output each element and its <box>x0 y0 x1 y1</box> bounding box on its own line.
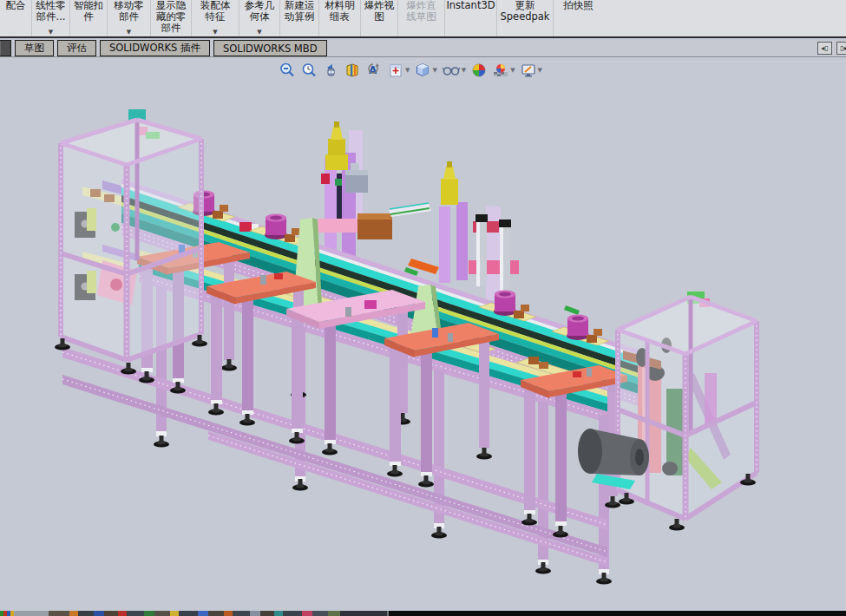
taskbar-fragment <box>104 611 118 616</box>
dropdown-arrow-icon[interactable]: ▼ <box>432 67 436 74</box>
right-enclosure <box>618 292 757 531</box>
taskbar-fragment <box>233 611 250 616</box>
taskbar-fragment <box>283 611 302 616</box>
tab-solidworks-addins[interactable]: SOLIDWORKS 插件 <box>100 40 210 56</box>
taskbar-fragment <box>170 611 179 616</box>
command-manager-ribbon: 配合 线性零 部件...▼ 智能扣 件 移动零 部件▼ 显示隐 藏的零 部件 装… <box>0 0 846 38</box>
new-motion-study-button[interactable]: 新建运 动算例 <box>279 0 318 36</box>
tab-solidworks-mbd[interactable]: SOLIDWORKS MBD <box>213 40 327 56</box>
ribbon-empty-area <box>603 0 846 36</box>
taskbar-fragment <box>198 611 208 616</box>
assembly-model-3d[interactable] <box>0 58 846 611</box>
explode-line-sketch-button: 爆炸直 线草图 <box>397 0 444 36</box>
taskbar-fragment <box>340 611 387 616</box>
assembly-features-button[interactable]: 装配体 特征▼ <box>191 0 239 36</box>
linear-component-pattern-button[interactable]: 线性零 部件...▼ <box>31 0 69 36</box>
commandmanager-tab-strip: 草图 评估 SOLIDWORKS 插件 SOLIDWORKS MBD ◂▯ ▯▸ <box>0 40 846 57</box>
apply-scene-button[interactable]: ▼ <box>491 61 515 80</box>
taskbar-fragment <box>94 611 104 616</box>
taskbar-fragment <box>127 611 144 616</box>
mate-label: 配合 <box>6 0 26 11</box>
dropdown-arrow-icon[interactable]: ▼ <box>510 67 515 74</box>
view-settings-button[interactable]: ▼ <box>519 61 543 80</box>
taskbar-fragment <box>224 611 233 616</box>
edit-appearance-button[interactable] <box>469 61 489 80</box>
taskbar-divider <box>387 611 389 616</box>
gantry-station-2 <box>439 161 519 300</box>
taskbar-fragment <box>302 611 312 616</box>
taskbar-fragment <box>312 611 328 616</box>
view-orientation-icon <box>387 62 404 79</box>
apply-scene-icon <box>492 62 509 79</box>
tab-sketch[interactable]: 草图 <box>15 40 54 56</box>
view-orientation-button[interactable]: ▼ <box>386 61 410 80</box>
hide-show-items-icon <box>442 62 461 79</box>
taskbar-fragment <box>118 611 127 616</box>
previous-view-icon <box>322 62 339 79</box>
gantry-1-front-parts <box>357 203 431 239</box>
zoom-to-area-button[interactable] <box>299 61 318 80</box>
heads-up-view-toolbar: A ▼ ▼ ▼ ▼ ▼ <box>278 61 543 80</box>
collapse-right-icon[interactable]: ▯▸ <box>836 42 846 55</box>
zoom-to-fit-button[interactable] <box>278 61 297 80</box>
dropdown-arrow-icon[interactable]: ▼ <box>213 29 217 36</box>
view-settings-icon <box>520 62 537 79</box>
previous-view-button[interactable] <box>321 61 340 80</box>
exploded-view-button[interactable]: 爆炸视 图 <box>360 0 397 36</box>
collapse-left-icon[interactable]: ◂▯ <box>817 42 832 55</box>
taskbar-fragment <box>49 611 69 616</box>
taskbar-fragment <box>208 611 224 616</box>
taskbar-fragment <box>144 611 154 616</box>
zoom-to-fit-icon <box>279 62 296 79</box>
windows-taskbar-edge[interactable] <box>0 611 846 616</box>
taskbar-fragment <box>250 611 260 616</box>
reference-geometry-button[interactable]: 参考几 何体▼ <box>239 0 279 36</box>
mate-button[interactable]: 配合 <box>0 0 31 36</box>
tab-assembly-partial[interactable] <box>0 40 11 56</box>
display-style-button[interactable]: ▼ <box>413 61 437 80</box>
bill-of-materials-button[interactable]: 材料明 细表 <box>318 0 360 36</box>
taskbar-fragment <box>78 611 94 616</box>
update-speedpak-button[interactable]: 更新 Speedpak <box>496 0 553 36</box>
annotation-view-button[interactable]: A <box>364 61 384 80</box>
dropdown-arrow-icon[interactable]: ▼ <box>127 29 131 36</box>
taskbar-fragment <box>328 611 340 616</box>
move-component-button[interactable]: 移动零 部件▼ <box>107 0 150 36</box>
tab-evaluate[interactable]: 评估 <box>57 40 96 56</box>
dropdown-arrow-icon[interactable]: ▼ <box>405 67 410 74</box>
dropdown-arrow-icon[interactable]: ▼ <box>462 67 466 74</box>
zoom-to-area-icon <box>300 62 318 79</box>
taskbar-fragment <box>179 611 198 616</box>
instant3d-button[interactable]: Instant3D <box>444 0 496 36</box>
solidworks-window: 配合 线性零 部件...▼ 智能扣 件 移动零 部件▼ 显示隐 藏的零 部件 装… <box>0 0 846 616</box>
section-view-icon <box>344 62 361 79</box>
dropdown-arrow-icon[interactable]: ▼ <box>49 29 53 36</box>
hide-show-items-button[interactable]: ▼ <box>441 61 467 80</box>
taskbar-fragment <box>14 611 49 616</box>
smart-fasteners-button[interactable]: 智能扣 件 <box>69 0 107 36</box>
edit-appearance-icon <box>470 62 488 79</box>
taskbar-fragment <box>69 611 78 616</box>
graphics-area[interactable]: A ▼ ▼ ▼ ▼ ▼ <box>0 58 846 611</box>
dropdown-arrow-icon[interactable]: ▼ <box>257 29 261 36</box>
tab-strip-right-buttons: ◂▯ ▯▸ <box>817 40 846 56</box>
show-hidden-components-button[interactable]: 显示隐 藏的零 部件 <box>150 0 191 36</box>
taskbar-fragment <box>260 611 274 616</box>
left-enclosure <box>55 120 207 375</box>
section-view-button[interactable] <box>343 61 362 80</box>
display-style-icon <box>414 62 431 79</box>
taskbar-fragment <box>274 611 283 616</box>
take-snapshot-button[interactable]: 拍快照 <box>553 0 603 36</box>
taskbar-fragment <box>154 611 170 616</box>
annotation-view-icon: A <box>365 62 383 79</box>
dropdown-arrow-icon[interactable]: ▼ <box>538 67 542 74</box>
